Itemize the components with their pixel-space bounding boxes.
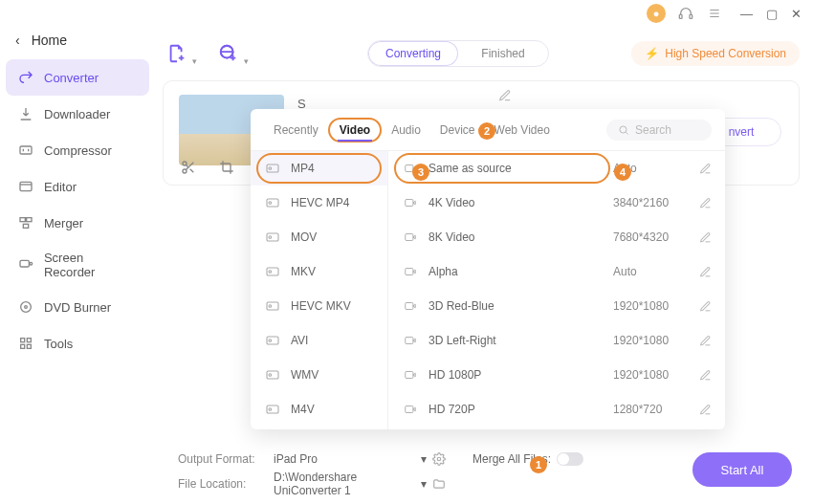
resolution-item[interactable]: HD 720P1280*720	[388, 392, 725, 427]
resolution-name: 8K Video	[428, 230, 613, 244]
resolution-item[interactable]: HD 1080P1920*1080	[388, 358, 725, 392]
format-icon	[264, 366, 281, 383]
panel-tab-audio[interactable]: Audio	[382, 118, 430, 142]
sidebar-item-dvd-burner[interactable]: DVD Burner	[6, 289, 149, 325]
format-icon	[264, 160, 281, 177]
crop-icon[interactable]	[219, 160, 234, 175]
user-avatar[interactable]: ●	[647, 4, 666, 23]
sidebar-item-downloader[interactable]: Downloader	[6, 96, 149, 132]
edit-icon[interactable]	[699, 197, 712, 209]
add-file-button[interactable]: ▾	[163, 39, 191, 68]
edit-icon[interactable]	[699, 231, 712, 244]
video-icon	[402, 265, 419, 278]
trim-icon[interactable]	[181, 160, 196, 175]
sidebar-item-label: Merger	[44, 216, 83, 230]
editor-icon	[17, 178, 34, 195]
compressor-icon	[17, 142, 34, 159]
svg-point-10	[25, 306, 28, 309]
svg-rect-40	[406, 303, 413, 310]
sidebar-item-editor[interactable]: Editor	[6, 168, 149, 205]
sidebar-item-label: Downloader	[44, 107, 110, 121]
chevron-down-icon: ▾	[421, 477, 427, 491]
headset-icon[interactable]	[677, 5, 694, 22]
sidebar-item-merger[interactable]: Merger	[6, 205, 149, 241]
edit-icon[interactable]	[699, 335, 712, 347]
resolution-item[interactable]: 3D Red-Blue1920*1080	[388, 289, 725, 323]
maximize-icon[interactable]: ▢	[766, 7, 778, 21]
sidebar-item-screen-recorder[interactable]: Screen Recorder	[6, 241, 149, 289]
edit-icon[interactable]	[699, 404, 712, 416]
hamburger-icon[interactable]	[706, 5, 723, 22]
svg-point-16	[183, 162, 187, 165]
format-item-mp4[interactable]: MP4	[251, 151, 387, 186]
file-location-select[interactable]: D:\Wondershare UniConverter 1 ▾	[274, 471, 427, 497]
format-icon	[264, 263, 281, 280]
chevron-down-icon: ▾	[421, 452, 427, 466]
panel-search-input[interactable]: Search	[606, 120, 712, 141]
format-label: WMV	[291, 368, 319, 382]
svg-rect-14	[27, 344, 31, 348]
output-format-select[interactable]: iPad Pro ▾	[274, 452, 427, 466]
format-item-mkv[interactable]: MKV	[251, 254, 387, 289]
svg-rect-11	[21, 339, 25, 342]
folder-icon[interactable]	[432, 477, 446, 491]
resolution-item[interactable]: 8K Video7680*4320	[388, 220, 725, 254]
svg-point-29	[269, 305, 272, 308]
panel-tab-web-video[interactable]: Web Video	[485, 118, 560, 142]
tab-finished[interactable]: Finished	[458, 41, 548, 66]
file-location-label: File Location:	[178, 477, 266, 491]
resolution-item[interactable]: 3D Left-Right1920*1080	[388, 323, 725, 358]
svg-point-19	[620, 126, 626, 133]
svg-rect-7	[20, 260, 29, 267]
edit-title-icon[interactable]	[498, 89, 512, 102]
format-item-hevc-mkv[interactable]: HEVC MKV	[251, 289, 387, 323]
svg-rect-1	[690, 14, 692, 18]
format-item-avi[interactable]: AVI	[251, 323, 387, 358]
svg-point-27	[269, 271, 272, 274]
high-speed-conversion-button[interactable]: ⚡ High Speed Conversion	[631, 41, 800, 66]
resolution-value: 3840*2160	[613, 196, 699, 209]
close-icon[interactable]: ✕	[791, 7, 802, 21]
resolution-item[interactable]: 4K Video3840*2160	[388, 186, 725, 220]
panel-tab-device[interactable]: Device	[430, 118, 485, 142]
edit-icon[interactable]	[699, 266, 712, 278]
sidebar-item-converter[interactable]: Converter	[6, 59, 149, 96]
svg-point-17	[183, 169, 187, 173]
start-all-button[interactable]: Start All	[692, 452, 792, 487]
resolution-item[interactable]: AlphaAuto	[388, 254, 725, 289]
gear-icon[interactable]	[432, 452, 446, 466]
format-item-m4v[interactable]: M4V	[251, 392, 387, 427]
tab-converting[interactable]: Converting	[368, 41, 458, 66]
hsc-label: High Speed Conversion	[665, 47, 786, 60]
edit-icon[interactable]	[699, 163, 712, 175]
svg-point-9	[21, 302, 32, 313]
svg-rect-37	[406, 200, 413, 207]
panel-tab-video[interactable]: Video	[328, 118, 382, 142]
resolution-name: Same as source	[428, 162, 613, 175]
edit-icon[interactable]	[699, 369, 712, 382]
status-segment: Converting Finished	[367, 40, 549, 67]
svg-point-35	[269, 408, 272, 411]
edit-icon[interactable]	[699, 300, 712, 313]
add-url-button[interactable]: ▾	[214, 39, 243, 68]
svg-point-23	[269, 202, 272, 205]
format-item-wmv[interactable]: WMV	[251, 358, 387, 392]
home-button[interactable]: ‹ Home	[6, 27, 149, 59]
output-format-value: iPad Pro	[274, 452, 318, 466]
svg-rect-0	[679, 14, 682, 18]
format-item-hevc-mp4[interactable]: HEVC MP4	[251, 186, 387, 220]
format-item-mov[interactable]: MOV	[251, 220, 387, 254]
minimize-icon[interactable]: —	[740, 7, 753, 21]
annotation-badge-3: 3	[412, 164, 429, 181]
resolution-value: 7680*4320	[613, 230, 699, 244]
home-label: Home	[32, 33, 67, 48]
format-panel: Recently Video Audio Device Web Video Se…	[251, 109, 725, 429]
merge-toggle[interactable]	[557, 452, 583, 466]
panel-tab-recently[interactable]: Recently	[264, 118, 328, 142]
chevron-down-icon: ▾	[244, 56, 249, 66]
search-icon	[618, 124, 629, 136]
resolution-item[interactable]: Same as sourceAuto	[388, 151, 725, 186]
svg-rect-38	[406, 234, 413, 241]
sidebar-item-compressor[interactable]: Compressor	[6, 132, 149, 168]
sidebar-item-tools[interactable]: Tools	[6, 325, 149, 362]
